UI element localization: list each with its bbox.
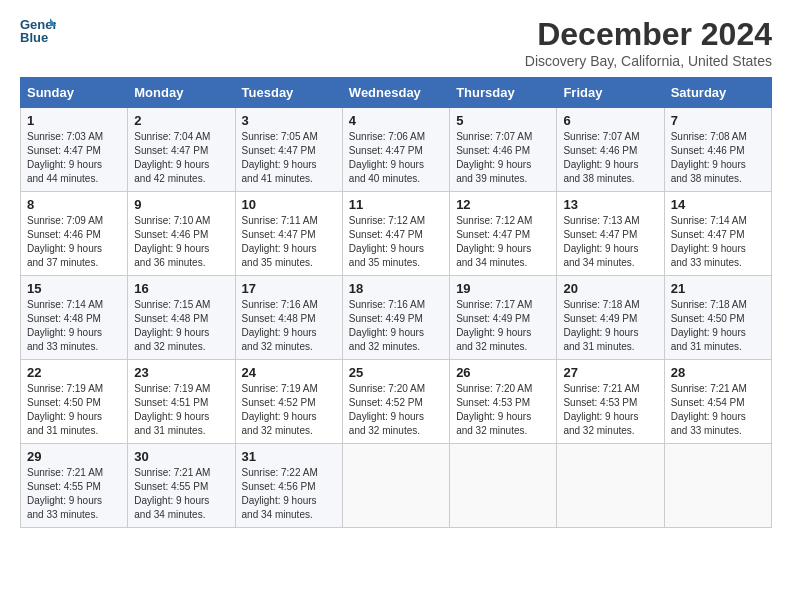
sunrise-text: Sunrise: 7:11 AM — [242, 215, 318, 226]
calendar-subtitle: Discovery Bay, California, United States — [525, 53, 772, 69]
day-info: Sunrise: 7:19 AMSunset: 4:52 PMDaylight:… — [242, 382, 336, 438]
day-number: 13 — [563, 197, 657, 212]
daylight-text: Daylight: 9 hours and 31 minutes. — [563, 327, 638, 352]
daylight-text: Daylight: 9 hours and 32 minutes. — [456, 411, 531, 436]
day-info: Sunrise: 7:14 AMSunset: 4:48 PMDaylight:… — [27, 298, 121, 354]
col-header-friday: Friday — [557, 78, 664, 108]
day-number: 5 — [456, 113, 550, 128]
day-info: Sunrise: 7:09 AMSunset: 4:46 PMDaylight:… — [27, 214, 121, 270]
calendar-cell: 9Sunrise: 7:10 AMSunset: 4:46 PMDaylight… — [128, 192, 235, 276]
daylight-text: Daylight: 9 hours and 32 minutes. — [242, 411, 317, 436]
day-info: Sunrise: 7:07 AMSunset: 4:46 PMDaylight:… — [456, 130, 550, 186]
sunrise-text: Sunrise: 7:05 AM — [242, 131, 318, 142]
day-info: Sunrise: 7:18 AMSunset: 4:50 PMDaylight:… — [671, 298, 765, 354]
day-number: 25 — [349, 365, 443, 380]
sunrise-text: Sunrise: 7:19 AM — [27, 383, 103, 394]
calendar-cell: 10Sunrise: 7:11 AMSunset: 4:47 PMDayligh… — [235, 192, 342, 276]
sunset-text: Sunset: 4:55 PM — [27, 481, 101, 492]
daylight-text: Daylight: 9 hours and 38 minutes. — [671, 159, 746, 184]
col-header-tuesday: Tuesday — [235, 78, 342, 108]
sunset-text: Sunset: 4:47 PM — [349, 229, 423, 240]
calendar-cell: 20Sunrise: 7:18 AMSunset: 4:49 PMDayligh… — [557, 276, 664, 360]
sunset-text: Sunset: 4:51 PM — [134, 397, 208, 408]
sunrise-text: Sunrise: 7:04 AM — [134, 131, 210, 142]
sunrise-text: Sunrise: 7:19 AM — [242, 383, 318, 394]
calendar-cell: 22Sunrise: 7:19 AMSunset: 4:50 PMDayligh… — [21, 360, 128, 444]
sunset-text: Sunset: 4:55 PM — [134, 481, 208, 492]
header-row: SundayMondayTuesdayWednesdayThursdayFrid… — [21, 78, 772, 108]
sunset-text: Sunset: 4:50 PM — [27, 397, 101, 408]
daylight-text: Daylight: 9 hours and 34 minutes. — [242, 495, 317, 520]
sunset-text: Sunset: 4:47 PM — [563, 229, 637, 240]
sunrise-text: Sunrise: 7:21 AM — [671, 383, 747, 394]
week-row-4: 22Sunrise: 7:19 AMSunset: 4:50 PMDayligh… — [21, 360, 772, 444]
sunset-text: Sunset: 4:49 PM — [349, 313, 423, 324]
calendar-cell: 31Sunrise: 7:22 AMSunset: 4:56 PMDayligh… — [235, 444, 342, 528]
sunset-text: Sunset: 4:52 PM — [349, 397, 423, 408]
calendar-cell: 2Sunrise: 7:04 AMSunset: 4:47 PMDaylight… — [128, 108, 235, 192]
calendar-cell: 18Sunrise: 7:16 AMSunset: 4:49 PMDayligh… — [342, 276, 449, 360]
daylight-text: Daylight: 9 hours and 32 minutes. — [563, 411, 638, 436]
calendar-cell: 12Sunrise: 7:12 AMSunset: 4:47 PMDayligh… — [450, 192, 557, 276]
sunset-text: Sunset: 4:49 PM — [456, 313, 530, 324]
sunset-text: Sunset: 4:47 PM — [242, 145, 316, 156]
day-number: 29 — [27, 449, 121, 464]
week-row-3: 15Sunrise: 7:14 AMSunset: 4:48 PMDayligh… — [21, 276, 772, 360]
sunrise-text: Sunrise: 7:07 AM — [456, 131, 532, 142]
sunset-text: Sunset: 4:48 PM — [242, 313, 316, 324]
daylight-text: Daylight: 9 hours and 34 minutes. — [563, 243, 638, 268]
day-info: Sunrise: 7:16 AMSunset: 4:49 PMDaylight:… — [349, 298, 443, 354]
day-info: Sunrise: 7:11 AMSunset: 4:47 PMDaylight:… — [242, 214, 336, 270]
day-info: Sunrise: 7:12 AMSunset: 4:47 PMDaylight:… — [349, 214, 443, 270]
calendar-cell — [557, 444, 664, 528]
sunrise-text: Sunrise: 7:20 AM — [349, 383, 425, 394]
day-number: 23 — [134, 365, 228, 380]
sunrise-text: Sunrise: 7:06 AM — [349, 131, 425, 142]
daylight-text: Daylight: 9 hours and 41 minutes. — [242, 159, 317, 184]
day-number: 1 — [27, 113, 121, 128]
day-number: 28 — [671, 365, 765, 380]
calendar-cell: 3Sunrise: 7:05 AMSunset: 4:47 PMDaylight… — [235, 108, 342, 192]
week-row-2: 8Sunrise: 7:09 AMSunset: 4:46 PMDaylight… — [21, 192, 772, 276]
sunrise-text: Sunrise: 7:09 AM — [27, 215, 103, 226]
daylight-text: Daylight: 9 hours and 35 minutes. — [242, 243, 317, 268]
sunrise-text: Sunrise: 7:08 AM — [671, 131, 747, 142]
daylight-text: Daylight: 9 hours and 35 minutes. — [349, 243, 424, 268]
calendar-cell: 1Sunrise: 7:03 AMSunset: 4:47 PMDaylight… — [21, 108, 128, 192]
day-number: 26 — [456, 365, 550, 380]
svg-text:Blue: Blue — [20, 30, 48, 45]
sunset-text: Sunset: 4:47 PM — [242, 229, 316, 240]
calendar-cell: 6Sunrise: 7:07 AMSunset: 4:46 PMDaylight… — [557, 108, 664, 192]
week-row-1: 1Sunrise: 7:03 AMSunset: 4:47 PMDaylight… — [21, 108, 772, 192]
day-info: Sunrise: 7:21 AMSunset: 4:55 PMDaylight:… — [134, 466, 228, 522]
sunrise-text: Sunrise: 7:16 AM — [242, 299, 318, 310]
daylight-text: Daylight: 9 hours and 32 minutes. — [242, 327, 317, 352]
sunset-text: Sunset: 4:46 PM — [563, 145, 637, 156]
day-number: 21 — [671, 281, 765, 296]
daylight-text: Daylight: 9 hours and 38 minutes. — [563, 159, 638, 184]
calendar-header: SundayMondayTuesdayWednesdayThursdayFrid… — [21, 78, 772, 108]
daylight-text: Daylight: 9 hours and 32 minutes. — [349, 327, 424, 352]
col-header-wednesday: Wednesday — [342, 78, 449, 108]
day-number: 16 — [134, 281, 228, 296]
sunset-text: Sunset: 4:47 PM — [349, 145, 423, 156]
day-number: 20 — [563, 281, 657, 296]
sunset-text: Sunset: 4:47 PM — [27, 145, 101, 156]
day-number: 9 — [134, 197, 228, 212]
sunrise-text: Sunrise: 7:14 AM — [27, 299, 103, 310]
sunset-text: Sunset: 4:46 PM — [134, 229, 208, 240]
day-info: Sunrise: 7:19 AMSunset: 4:51 PMDaylight:… — [134, 382, 228, 438]
calendar-cell — [450, 444, 557, 528]
day-number: 24 — [242, 365, 336, 380]
day-info: Sunrise: 7:20 AMSunset: 4:52 PMDaylight:… — [349, 382, 443, 438]
sunrise-text: Sunrise: 7:12 AM — [349, 215, 425, 226]
day-number: 15 — [27, 281, 121, 296]
calendar-cell: 30Sunrise: 7:21 AMSunset: 4:55 PMDayligh… — [128, 444, 235, 528]
day-info: Sunrise: 7:19 AMSunset: 4:50 PMDaylight:… — [27, 382, 121, 438]
daylight-text: Daylight: 9 hours and 34 minutes. — [456, 243, 531, 268]
sunset-text: Sunset: 4:48 PM — [27, 313, 101, 324]
calendar-cell: 16Sunrise: 7:15 AMSunset: 4:48 PMDayligh… — [128, 276, 235, 360]
day-number: 14 — [671, 197, 765, 212]
day-info: Sunrise: 7:12 AMSunset: 4:47 PMDaylight:… — [456, 214, 550, 270]
daylight-text: Daylight: 9 hours and 40 minutes. — [349, 159, 424, 184]
